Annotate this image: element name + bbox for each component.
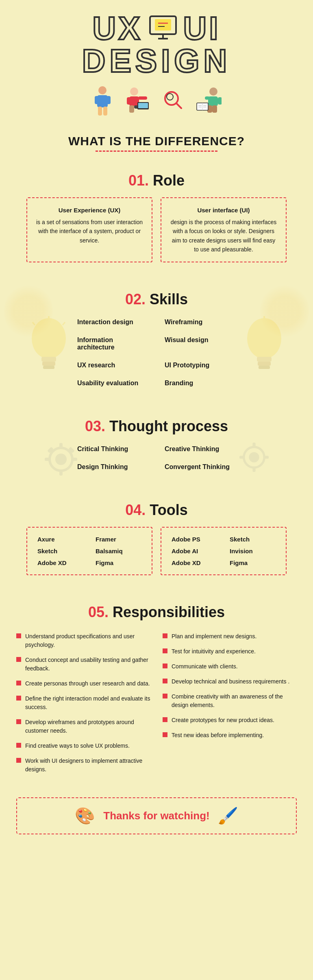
svg-line-21 [176,103,181,108]
resp-bullet-1 [16,657,21,662]
role-box-ui-title: User interface (UI) [170,205,278,215]
svg-rect-8 [95,96,99,104]
tool-adobeai: Adobe AI [172,548,217,554]
svg-rect-25 [218,97,222,105]
resp-bullet-r2 [163,664,167,668]
resp-text-5: Find creative ways to solve UX problems. [25,742,130,750]
skill-branding: Branding [165,377,236,389]
resp-item-r1: Test for intuitivity and experience. [163,644,297,659]
tool-balsamiq: Balsamiq [96,548,141,554]
footer-section: 🎨 Thanks for watching! 🖌️ [16,797,297,834]
svg-rect-28 [212,105,217,113]
svg-rect-51 [45,458,50,461]
role-boxes: User Experience (UX) is a set of sensati… [16,197,297,262]
tools-section-title: 04. Tools [16,502,297,519]
resp-text-r5: Create prototypes for new product ideas. [172,716,274,725]
skills-section-title: 02. Skills [24,291,289,308]
tool-framer: Framer [96,536,141,543]
resp-item-3: Define the right interaction model and e… [16,691,150,715]
skills-section: 02. Skills I [0,275,313,402]
tools-wrapper: Axure Framer Sketch Balsamiq Adobe XD Fi… [16,527,297,575]
svg-rect-52 [72,458,77,461]
gear-left-icon [41,439,81,480]
svg-point-48 [55,454,67,465]
magnify-icon [163,89,183,114]
skill-ux-research: UX research [77,359,148,371]
resp-bullet-r1 [163,648,167,653]
resp-number: 05. [88,604,109,620]
resp-text-r3: Develop technical and business requireme… [172,677,289,686]
tool-adobexd-ux: Adobe XD [37,559,83,566]
what-diff-section: WHAT IS THE DIFFERENCE? [0,126,313,156]
skill-wireframing: Wireframing [165,316,236,328]
svg-point-56 [249,452,259,462]
thought-design: Design Thinking [77,461,148,473]
resp-item-4: Develop wireframes and prototypes around… [16,715,150,738]
resp-bullet-2 [16,681,21,685]
svg-rect-16 [129,105,134,113]
thought-section-title: 03. Thought process [24,418,289,435]
resp-item-0: Understand product specifications and us… [16,629,150,653]
skills-title-text: Skills [150,291,188,308]
svg-rect-58 [252,467,255,472]
resp-text-r4: Combine creativity with an awareness of … [172,692,297,709]
svg-rect-10 [98,107,102,116]
thought-convergent: Convergent Thinking [165,461,236,473]
gear-right-icon [236,439,272,476]
svg-rect-60 [263,456,269,458]
skill-information: Information architecture [77,334,148,354]
resp-col-right: Plan and implement new designs. Test for… [163,629,297,777]
tool-figma-ui: Figma [230,559,276,566]
role-box-ux-title: User Experience (UX) [35,205,143,215]
tool-figma-ux: Figma [96,559,141,566]
role-title-text: Role [153,172,185,189]
tool-sketch-ui: Sketch [230,536,276,543]
svg-rect-57 [252,443,255,448]
footer-text: Thanks for watching! [103,810,209,822]
svg-rect-1 [155,19,171,31]
svg-point-23 [209,87,217,96]
ux-tools-grid: Axure Framer Sketch Balsamiq Adobe XD Fi… [37,536,141,566]
resp-item-6: Work with UI designers to implement attr… [16,753,150,777]
role-box-ui-text: design is the process of making interfac… [171,219,277,253]
resp-bullet-r6 [163,732,167,737]
skills-grid: Interaction design Wireframing Informati… [24,316,289,389]
ui-tools-box: Adobe PS Sketch Adobe AI Invision Adobe … [161,527,287,575]
role-box-ux-text: is a set of sensations from user interac… [36,219,143,244]
resp-item-r6: Test new ideas before implementing. [163,728,297,743]
header-title-block: UX UI DESIGN [8,12,305,77]
resp-bullet-r4 [163,694,167,698]
title-underline [96,151,217,152]
tools-number: 04. [125,502,146,518]
skills-content: Interaction design Wireframing Informati… [24,316,289,389]
svg-rect-50 [59,470,63,476]
resp-section-title: 05. Responsibilities [16,604,297,621]
resp-item-r2: Communicate with clients. [163,659,297,674]
svg-point-6 [98,86,107,94]
svg-rect-26 [205,96,210,100]
skill-ui-proto: UI Prototyping [165,359,236,371]
thought-title-text: Thought process [109,418,228,434]
skill-interaction: Interaction design [77,316,148,328]
tools-section: 04. Tools Axure Framer Sketch Balsamiq A… [0,485,313,587]
svg-rect-11 [103,107,107,116]
resp-bullet-5 [16,743,21,748]
resp-text-1: Conduct concept and usability testing an… [25,656,150,673]
svg-point-12 [130,87,138,96]
resp-item-r0: Plan and implement new designs. [163,629,297,644]
thought-critical: Critical Thinking [77,443,148,455]
tool-adobexd-ui: Adobe XD [172,559,217,566]
resp-bullet-0 [16,633,21,638]
role-section-title: 01. Role [16,172,297,189]
person-2-icon [126,87,150,117]
header-section: UX UI DESIGN [0,0,313,126]
page-wrapper: UX UI DESIGN [0,0,313,859]
svg-rect-49 [59,443,63,449]
ux-tools-box: Axure Framer Sketch Balsamiq Adobe XD Fi… [26,527,152,575]
header-line2: DESIGN [82,45,231,77]
resp-text-r0: Plan and implement new designs. [172,632,256,641]
svg-rect-19 [138,103,148,108]
skill-visual: Wisual design [165,334,236,354]
ui-tools-grid: Adobe PS Sketch Adobe AI Invision Adobe … [172,536,276,566]
thought-section: 03. Thought process [0,402,313,485]
